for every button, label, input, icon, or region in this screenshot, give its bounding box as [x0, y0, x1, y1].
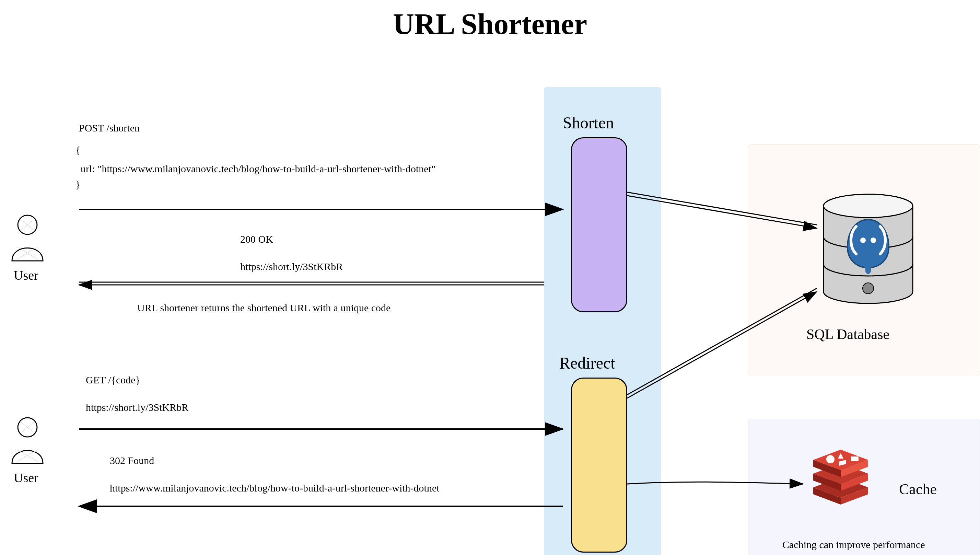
svg-line-32: [627, 192, 817, 225]
svg-line-33: [627, 196, 817, 228]
svg-line-35: [627, 292, 817, 398]
svg-line-34: [627, 288, 817, 395]
arrows-layer: [0, 0, 980, 555]
